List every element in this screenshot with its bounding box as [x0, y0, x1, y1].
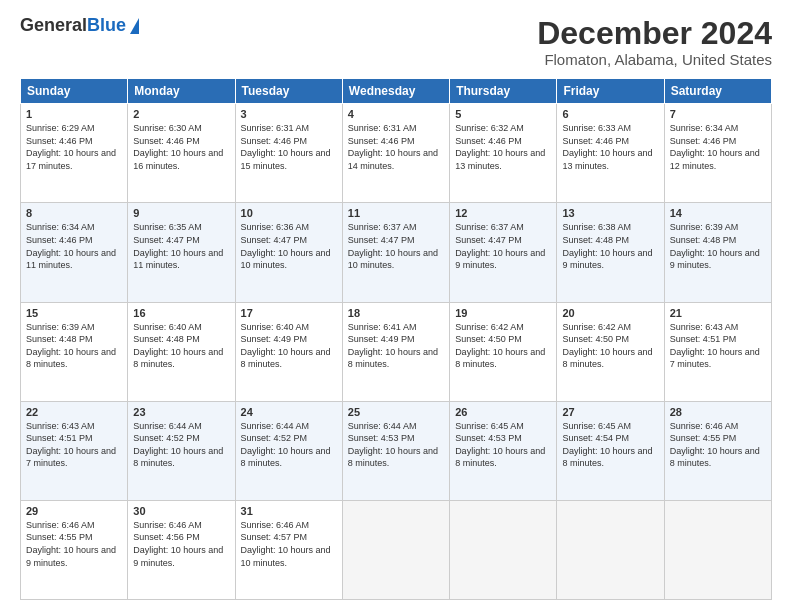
calendar-cell: 19Sunrise: 6:42 AMSunset: 4:50 PMDayligh…	[450, 302, 557, 401]
calendar-cell: 9Sunrise: 6:35 AMSunset: 4:47 PMDaylight…	[128, 203, 235, 302]
calendar-day-header: Friday	[557, 79, 664, 104]
day-info: Sunrise: 6:38 AMSunset: 4:48 PMDaylight:…	[562, 221, 658, 271]
calendar-day-header: Thursday	[450, 79, 557, 104]
calendar-cell: 29Sunrise: 6:46 AMSunset: 4:55 PMDayligh…	[21, 500, 128, 599]
day-number: 10	[241, 207, 337, 219]
day-info: Sunrise: 6:46 AMSunset: 4:56 PMDaylight:…	[133, 519, 229, 569]
day-number: 21	[670, 307, 766, 319]
calendar-cell: 15Sunrise: 6:39 AMSunset: 4:48 PMDayligh…	[21, 302, 128, 401]
day-info: Sunrise: 6:43 AMSunset: 4:51 PMDaylight:…	[670, 321, 766, 371]
calendar-cell	[664, 500, 771, 599]
day-info: Sunrise: 6:30 AMSunset: 4:46 PMDaylight:…	[133, 122, 229, 172]
calendar-cell	[342, 500, 449, 599]
day-info: Sunrise: 6:43 AMSunset: 4:51 PMDaylight:…	[26, 420, 122, 470]
day-number: 29	[26, 505, 122, 517]
calendar-cell: 13Sunrise: 6:38 AMSunset: 4:48 PMDayligh…	[557, 203, 664, 302]
day-info: Sunrise: 6:44 AMSunset: 4:52 PMDaylight:…	[241, 420, 337, 470]
calendar-cell: 27Sunrise: 6:45 AMSunset: 4:54 PMDayligh…	[557, 401, 664, 500]
day-number: 31	[241, 505, 337, 517]
calendar-table: SundayMondayTuesdayWednesdayThursdayFrid…	[20, 78, 772, 600]
calendar-week-row: 29Sunrise: 6:46 AMSunset: 4:55 PMDayligh…	[21, 500, 772, 599]
calendar-header-row: SundayMondayTuesdayWednesdayThursdayFrid…	[21, 79, 772, 104]
calendar-cell: 1Sunrise: 6:29 AMSunset: 4:46 PMDaylight…	[21, 104, 128, 203]
day-number: 23	[133, 406, 229, 418]
calendar-cell: 24Sunrise: 6:44 AMSunset: 4:52 PMDayligh…	[235, 401, 342, 500]
day-number: 16	[133, 307, 229, 319]
header: GeneralBlue December 2024 Flomaton, Alab…	[20, 16, 772, 68]
day-info: Sunrise: 6:44 AMSunset: 4:52 PMDaylight:…	[133, 420, 229, 470]
day-info: Sunrise: 6:41 AMSunset: 4:49 PMDaylight:…	[348, 321, 444, 371]
day-number: 4	[348, 108, 444, 120]
calendar-cell: 18Sunrise: 6:41 AMSunset: 4:49 PMDayligh…	[342, 302, 449, 401]
calendar-cell: 26Sunrise: 6:45 AMSunset: 4:53 PMDayligh…	[450, 401, 557, 500]
calendar-cell: 22Sunrise: 6:43 AMSunset: 4:51 PMDayligh…	[21, 401, 128, 500]
day-number: 17	[241, 307, 337, 319]
day-info: Sunrise: 6:40 AMSunset: 4:49 PMDaylight:…	[241, 321, 337, 371]
day-info: Sunrise: 6:34 AMSunset: 4:46 PMDaylight:…	[26, 221, 122, 271]
day-number: 8	[26, 207, 122, 219]
day-number: 20	[562, 307, 658, 319]
calendar-cell: 10Sunrise: 6:36 AMSunset: 4:47 PMDayligh…	[235, 203, 342, 302]
day-info: Sunrise: 6:45 AMSunset: 4:54 PMDaylight:…	[562, 420, 658, 470]
day-number: 30	[133, 505, 229, 517]
day-info: Sunrise: 6:35 AMSunset: 4:47 PMDaylight:…	[133, 221, 229, 271]
calendar-week-row: 22Sunrise: 6:43 AMSunset: 4:51 PMDayligh…	[21, 401, 772, 500]
calendar-cell: 8Sunrise: 6:34 AMSunset: 4:46 PMDaylight…	[21, 203, 128, 302]
calendar-week-row: 1Sunrise: 6:29 AMSunset: 4:46 PMDaylight…	[21, 104, 772, 203]
day-number: 9	[133, 207, 229, 219]
day-info: Sunrise: 6:29 AMSunset: 4:46 PMDaylight:…	[26, 122, 122, 172]
day-number: 12	[455, 207, 551, 219]
page-subtitle: Flomaton, Alabama, United States	[537, 51, 772, 68]
day-info: Sunrise: 6:32 AMSunset: 4:46 PMDaylight:…	[455, 122, 551, 172]
day-info: Sunrise: 6:42 AMSunset: 4:50 PMDaylight:…	[455, 321, 551, 371]
calendar-cell: 3Sunrise: 6:31 AMSunset: 4:46 PMDaylight…	[235, 104, 342, 203]
calendar-cell: 4Sunrise: 6:31 AMSunset: 4:46 PMDaylight…	[342, 104, 449, 203]
calendar-cell: 25Sunrise: 6:44 AMSunset: 4:53 PMDayligh…	[342, 401, 449, 500]
day-info: Sunrise: 6:42 AMSunset: 4:50 PMDaylight:…	[562, 321, 658, 371]
logo-text: GeneralBlue	[20, 16, 126, 36]
calendar-cell: 11Sunrise: 6:37 AMSunset: 4:47 PMDayligh…	[342, 203, 449, 302]
day-number: 15	[26, 307, 122, 319]
page-title: December 2024	[537, 16, 772, 51]
calendar-cell: 6Sunrise: 6:33 AMSunset: 4:46 PMDaylight…	[557, 104, 664, 203]
day-number: 24	[241, 406, 337, 418]
calendar-day-header: Tuesday	[235, 79, 342, 104]
day-info: Sunrise: 6:46 AMSunset: 4:55 PMDaylight:…	[26, 519, 122, 569]
day-number: 14	[670, 207, 766, 219]
day-number: 26	[455, 406, 551, 418]
day-number: 25	[348, 406, 444, 418]
day-number: 22	[26, 406, 122, 418]
calendar-cell	[557, 500, 664, 599]
logo-general: General	[20, 15, 87, 35]
day-number: 27	[562, 406, 658, 418]
day-number: 11	[348, 207, 444, 219]
calendar-cell	[450, 500, 557, 599]
day-info: Sunrise: 6:36 AMSunset: 4:47 PMDaylight:…	[241, 221, 337, 271]
day-number: 13	[562, 207, 658, 219]
day-info: Sunrise: 6:44 AMSunset: 4:53 PMDaylight:…	[348, 420, 444, 470]
calendar-cell: 17Sunrise: 6:40 AMSunset: 4:49 PMDayligh…	[235, 302, 342, 401]
day-info: Sunrise: 6:45 AMSunset: 4:53 PMDaylight:…	[455, 420, 551, 470]
calendar-cell: 30Sunrise: 6:46 AMSunset: 4:56 PMDayligh…	[128, 500, 235, 599]
day-info: Sunrise: 6:34 AMSunset: 4:46 PMDaylight:…	[670, 122, 766, 172]
day-info: Sunrise: 6:46 AMSunset: 4:57 PMDaylight:…	[241, 519, 337, 569]
day-number: 1	[26, 108, 122, 120]
calendar-cell: 23Sunrise: 6:44 AMSunset: 4:52 PMDayligh…	[128, 401, 235, 500]
day-info: Sunrise: 6:37 AMSunset: 4:47 PMDaylight:…	[348, 221, 444, 271]
calendar-day-header: Wednesday	[342, 79, 449, 104]
day-info: Sunrise: 6:39 AMSunset: 4:48 PMDaylight:…	[26, 321, 122, 371]
day-number: 7	[670, 108, 766, 120]
calendar-day-header: Sunday	[21, 79, 128, 104]
day-number: 2	[133, 108, 229, 120]
day-number: 5	[455, 108, 551, 120]
day-info: Sunrise: 6:39 AMSunset: 4:48 PMDaylight:…	[670, 221, 766, 271]
calendar-cell: 16Sunrise: 6:40 AMSunset: 4:48 PMDayligh…	[128, 302, 235, 401]
calendar-cell: 5Sunrise: 6:32 AMSunset: 4:46 PMDaylight…	[450, 104, 557, 203]
calendar-cell: 14Sunrise: 6:39 AMSunset: 4:48 PMDayligh…	[664, 203, 771, 302]
day-number: 18	[348, 307, 444, 319]
calendar-week-row: 8Sunrise: 6:34 AMSunset: 4:46 PMDaylight…	[21, 203, 772, 302]
logo: GeneralBlue	[20, 16, 139, 36]
day-info: Sunrise: 6:37 AMSunset: 4:47 PMDaylight:…	[455, 221, 551, 271]
calendar-cell: 28Sunrise: 6:46 AMSunset: 4:55 PMDayligh…	[664, 401, 771, 500]
day-info: Sunrise: 6:40 AMSunset: 4:48 PMDaylight:…	[133, 321, 229, 371]
